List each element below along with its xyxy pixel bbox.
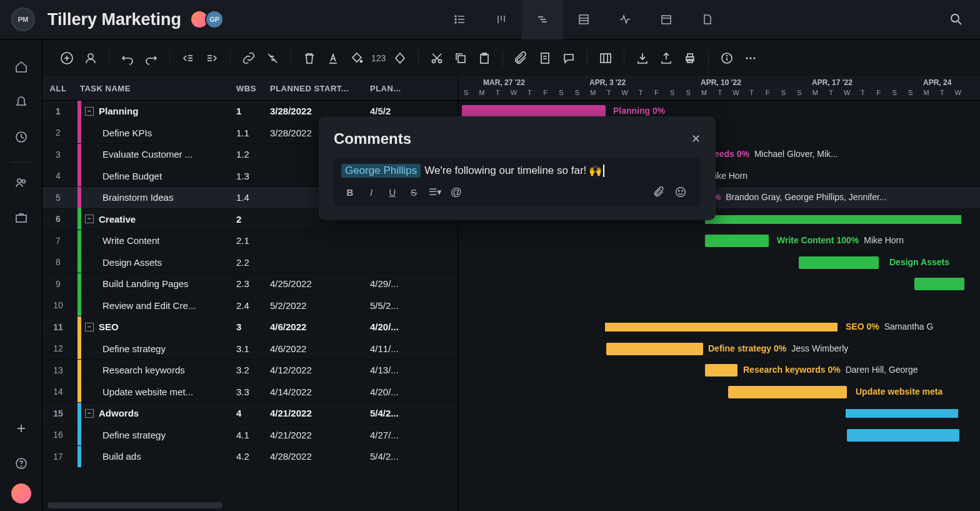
task-row[interactable]: 13Research keywords3.24/12/20224/13/...: [42, 360, 458, 382]
comment-text: We're following our timeline so far!: [424, 164, 586, 177]
task-row[interactable]: 17Build ads4.24/28/20225/4/2...: [42, 446, 458, 468]
gantt-bar[interactable]: [605, 323, 838, 331]
gantt-row[interactable]: [458, 273, 980, 295]
col-header-wbs[interactable]: WBS: [236, 84, 270, 93]
gantt-bar[interactable]: [846, 409, 958, 418]
task-row[interactable]: 14Update website met...3.34/14/20224/20/…: [42, 382, 458, 403]
gantt-bar[interactable]: [914, 278, 964, 290]
milestone-icon[interactable]: [389, 48, 411, 69]
comment-input[interactable]: George Phillips We're following our time…: [334, 158, 701, 206]
undo-icon[interactable]: [117, 48, 138, 69]
gantt-bar[interactable]: [728, 386, 847, 398]
gantt-row[interactable]: [458, 446, 980, 468]
avatar-user-2[interactable]: GP: [205, 10, 224, 29]
gantt-row[interactable]: Design Assets: [458, 252, 980, 274]
gantt-row[interactable]: SEO 0%Samantha G: [458, 316, 980, 338]
col-header-end[interactable]: PLAN...: [370, 84, 458, 93]
app-logo[interactable]: PM: [11, 8, 35, 31]
fill-color-icon[interactable]: [346, 48, 368, 69]
mention-icon[interactable]: @: [448, 184, 465, 200]
search-icon[interactable]: [944, 7, 969, 32]
add-task-icon[interactable]: [56, 48, 78, 69]
redo-icon[interactable]: [141, 48, 162, 69]
expand-toggle[interactable]: −: [85, 215, 94, 223]
recent-icon[interactable]: [9, 122, 34, 152]
task-row[interactable]: 15−Adwords44/21/20225/4/2...: [42, 403, 458, 425]
notifications-icon[interactable]: [9, 87, 34, 117]
print-icon[interactable]: [679, 48, 701, 69]
link-icon[interactable]: [238, 48, 259, 69]
expand-toggle[interactable]: −: [85, 107, 94, 116]
view-activity-icon[interactable]: [604, 0, 646, 39]
mention-chip[interactable]: George Phillips: [341, 164, 421, 178]
info-icon[interactable]: [716, 48, 738, 69]
toolbar-separator: [708, 50, 709, 66]
task-row[interactable]: 7Write Content2.1: [42, 230, 458, 252]
strikethrough-icon[interactable]: S: [405, 184, 422, 200]
toolbar-number[interactable]: 123: [371, 53, 386, 63]
notes-icon[interactable]: [534, 48, 556, 69]
gantt-row[interactable]: [458, 403, 980, 425]
gantt-row[interactable]: Research keywords 0%Daren Hill, George: [458, 360, 980, 382]
expand-toggle[interactable]: −: [85, 323, 94, 331]
paste-icon[interactable]: [474, 48, 495, 69]
user-avatar[interactable]: [11, 483, 31, 503]
gantt-bar[interactable]: [847, 429, 959, 442]
team-icon[interactable]: [9, 168, 34, 198]
task-row[interactable]: 8Design Assets2.2: [42, 252, 458, 274]
view-calendar-icon[interactable]: [646, 0, 687, 39]
more-icon[interactable]: [740, 48, 761, 69]
gantt-bar[interactable]: [606, 343, 703, 355]
gantt-row[interactable]: Write Content 100%Mike Horn: [458, 230, 980, 252]
gantt-row[interactable]: [458, 295, 980, 317]
close-icon[interactable]: ✕: [691, 132, 701, 146]
col-header-start[interactable]: PLANNED START...: [270, 84, 370, 93]
unlink-icon[interactable]: [262, 48, 283, 69]
gantt-bar[interactable]: [705, 215, 961, 224]
outdent-icon[interactable]: [178, 48, 199, 69]
italic-icon[interactable]: I: [362, 184, 380, 200]
add-icon[interactable]: [9, 413, 34, 443]
export-icon[interactable]: [656, 48, 677, 69]
gantt-row[interactable]: [458, 425, 980, 447]
gantt-bar[interactable]: [799, 256, 879, 269]
help-icon[interactable]: [9, 448, 34, 478]
gantt-row[interactable]: Update website meta: [458, 382, 980, 403]
view-file-icon[interactable]: [687, 0, 728, 39]
gantt-bar[interactable]: [462, 105, 606, 118]
emoji-icon[interactable]: [672, 184, 689, 200]
assign-icon[interactable]: [80, 48, 101, 69]
col-header-task[interactable]: TASK NAME: [74, 84, 236, 93]
cut-icon[interactable]: [426, 48, 448, 69]
gantt-bar[interactable]: [705, 235, 769, 247]
col-header-all[interactable]: ALL: [42, 84, 74, 93]
comments-icon[interactable]: [558, 48, 579, 69]
view-gantt-icon[interactable]: [522, 0, 563, 39]
bold-icon[interactable]: B: [341, 184, 359, 200]
gantt-row[interactable]: Define strategy 0%Jess Wimberly: [458, 338, 980, 360]
text-color-icon[interactable]: [322, 48, 344, 69]
task-row[interactable]: 11−SEO34/6/20224/20/...: [42, 316, 458, 338]
copy-icon[interactable]: [450, 48, 471, 69]
view-sheet-icon[interactable]: [563, 0, 604, 39]
attachment-icon[interactable]: [511, 48, 532, 69]
indent-icon[interactable]: [201, 48, 222, 69]
attach-icon[interactable]: [651, 184, 668, 200]
import-icon[interactable]: [632, 48, 653, 69]
underline-icon[interactable]: U: [384, 184, 401, 200]
task-row[interactable]: 10Review and Edit Cre...2.45/2/20225/5/2…: [42, 295, 458, 317]
briefcase-icon[interactable]: [9, 203, 34, 233]
task-row[interactable]: 16Define strategy4.14/21/20224/27/...: [42, 425, 458, 447]
task-row[interactable]: 9Build Landing Pages2.34/25/20224/29/...: [42, 273, 458, 295]
list-format-icon[interactable]: ☰▾: [426, 184, 444, 200]
task-row[interactable]: 12Define strategy3.14/6/20224/11/...: [42, 338, 458, 360]
home-icon[interactable]: [9, 52, 34, 82]
delete-icon[interactable]: [299, 48, 320, 69]
view-board-icon[interactable]: [481, 0, 522, 39]
gantt-bar[interactable]: [705, 364, 738, 377]
expand-toggle[interactable]: −: [85, 409, 94, 418]
columns-icon[interactable]: [595, 48, 616, 69]
svg-point-42: [439, 59, 442, 63]
grid-scrollbar[interactable]: [48, 502, 222, 508]
view-list-icon[interactable]: [439, 0, 481, 39]
